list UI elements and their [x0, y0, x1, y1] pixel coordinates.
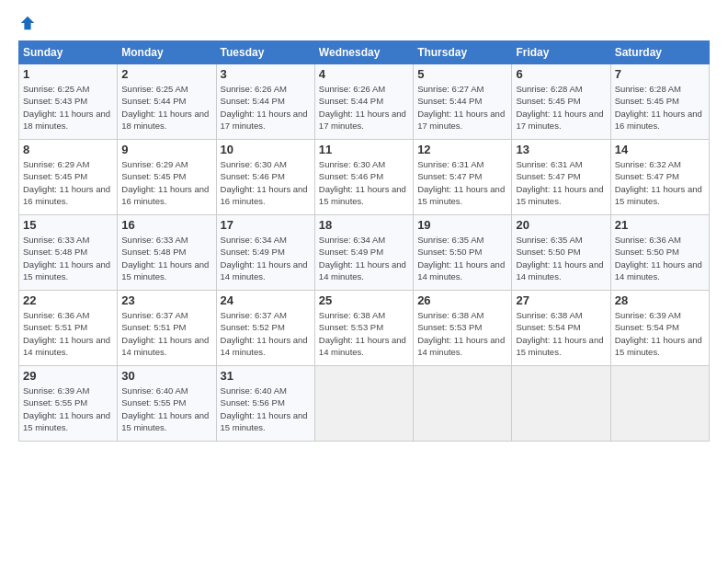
header-friday: Friday	[512, 41, 610, 64]
day-number: 3	[221, 67, 311, 81]
day-info: Sunrise: 6:34 AM Sunset: 5:49 PM Dayligh…	[221, 234, 311, 282]
day-number: 6	[516, 67, 606, 81]
day-info: Sunrise: 6:30 AM Sunset: 5:46 PM Dayligh…	[319, 158, 409, 207]
calendar-cell	[512, 366, 610, 442]
calendar-cell: 19Sunrise: 6:35 AM Sunset: 5:50 PM Dayli…	[414, 215, 512, 291]
day-number: 9	[121, 143, 211, 156]
calendar-cell: 2Sunrise: 6:25 AM Sunset: 5:44 PM Daylig…	[118, 64, 216, 140]
day-info: Sunrise: 6:37 AM Sunset: 5:52 PM Dayligh…	[221, 309, 311, 358]
page-container: Sunday Monday Tuesday Wednesday Thursday…	[0, 0, 728, 451]
calendar-cell: 25Sunrise: 6:38 AM Sunset: 5:53 PM Dayli…	[314, 291, 413, 366]
calendar-week-row: 1Sunrise: 6:25 AM Sunset: 5:43 PM Daylig…	[19, 64, 710, 140]
calendar-cell: 17Sunrise: 6:34 AM Sunset: 5:49 PM Dayli…	[216, 215, 314, 291]
day-number: 11	[319, 143, 409, 156]
logo	[18, 15, 37, 31]
calendar-header-row: Sunday Monday Tuesday Wednesday Thursday…	[19, 41, 710, 64]
day-info: Sunrise: 6:38 AM Sunset: 5:53 PM Dayligh…	[319, 309, 409, 358]
day-number: 16	[121, 218, 211, 232]
day-number: 26	[417, 293, 507, 307]
calendar-cell: 15Sunrise: 6:33 AM Sunset: 5:48 PM Dayli…	[19, 215, 118, 291]
day-info: Sunrise: 6:27 AM Sunset: 5:44 PM Dayligh…	[417, 83, 507, 132]
day-info: Sunrise: 6:39 AM Sunset: 5:54 PM Dayligh…	[615, 309, 705, 358]
day-number: 19	[417, 218, 507, 232]
day-number: 4	[319, 67, 409, 81]
day-info: Sunrise: 6:39 AM Sunset: 5:55 PM Dayligh…	[23, 385, 113, 433]
day-number: 25	[319, 293, 409, 307]
calendar-week-row: 29Sunrise: 6:39 AM Sunset: 5:55 PM Dayli…	[19, 366, 710, 442]
day-number: 14	[615, 143, 705, 156]
header-saturday: Saturday	[610, 41, 709, 64]
day-info: Sunrise: 6:38 AM Sunset: 5:53 PM Dayligh…	[417, 309, 507, 358]
day-info: Sunrise: 6:40 AM Sunset: 5:56 PM Dayligh…	[221, 385, 311, 433]
day-number: 1	[23, 67, 113, 81]
calendar-week-row: 22Sunrise: 6:36 AM Sunset: 5:51 PM Dayli…	[19, 291, 710, 366]
day-info: Sunrise: 6:31 AM Sunset: 5:47 PM Dayligh…	[417, 158, 507, 207]
day-number: 15	[23, 218, 113, 232]
day-info: Sunrise: 6:29 AM Sunset: 5:45 PM Dayligh…	[23, 158, 113, 207]
day-number: 29	[23, 369, 113, 383]
day-info: Sunrise: 6:35 AM Sunset: 5:50 PM Dayligh…	[417, 234, 507, 282]
calendar-cell: 11Sunrise: 6:30 AM Sunset: 5:46 PM Dayli…	[314, 140, 413, 215]
header-tuesday: Tuesday	[216, 41, 314, 64]
calendar-cell: 29Sunrise: 6:39 AM Sunset: 5:55 PM Dayli…	[19, 366, 118, 442]
day-number: 10	[221, 143, 311, 156]
calendar-cell: 16Sunrise: 6:33 AM Sunset: 5:48 PM Dayli…	[118, 215, 216, 291]
logo-icon	[19, 15, 36, 31]
day-number: 21	[615, 218, 705, 232]
day-number: 17	[221, 218, 311, 232]
day-info: Sunrise: 6:33 AM Sunset: 5:48 PM Dayligh…	[121, 234, 211, 282]
day-info: Sunrise: 6:25 AM Sunset: 5:43 PM Dayligh…	[23, 83, 113, 132]
header-wednesday: Wednesday	[314, 41, 413, 64]
day-number: 18	[319, 218, 409, 232]
calendar-cell: 21Sunrise: 6:36 AM Sunset: 5:50 PM Dayli…	[610, 215, 709, 291]
day-number: 22	[23, 293, 113, 307]
day-number: 7	[615, 67, 705, 81]
calendar-cell: 23Sunrise: 6:37 AM Sunset: 5:51 PM Dayli…	[118, 291, 216, 366]
calendar-cell: 5Sunrise: 6:27 AM Sunset: 5:44 PM Daylig…	[414, 64, 512, 140]
header-thursday: Thursday	[414, 41, 512, 64]
calendar-cell: 12Sunrise: 6:31 AM Sunset: 5:47 PM Dayli…	[414, 140, 512, 215]
calendar-cell: 6Sunrise: 6:28 AM Sunset: 5:45 PM Daylig…	[512, 64, 610, 140]
calendar-cell: 13Sunrise: 6:31 AM Sunset: 5:47 PM Dayli…	[512, 140, 610, 215]
day-info: Sunrise: 6:26 AM Sunset: 5:44 PM Dayligh…	[221, 83, 311, 132]
calendar-cell: 1Sunrise: 6:25 AM Sunset: 5:43 PM Daylig…	[19, 64, 118, 140]
day-number: 20	[516, 218, 606, 232]
day-number: 2	[121, 67, 211, 81]
day-number: 8	[23, 143, 113, 156]
day-info: Sunrise: 6:29 AM Sunset: 5:45 PM Dayligh…	[121, 158, 211, 207]
day-number: 28	[615, 293, 705, 307]
day-number: 5	[417, 67, 507, 81]
day-number: 13	[516, 143, 606, 156]
calendar-cell	[414, 366, 512, 442]
day-info: Sunrise: 6:36 AM Sunset: 5:50 PM Dayligh…	[615, 234, 705, 282]
day-info: Sunrise: 6:37 AM Sunset: 5:51 PM Dayligh…	[121, 309, 211, 358]
calendar-cell: 18Sunrise: 6:34 AM Sunset: 5:49 PM Dayli…	[314, 215, 413, 291]
day-number: 12	[417, 143, 507, 156]
header-row	[18, 15, 710, 31]
calendar-cell: 4Sunrise: 6:26 AM Sunset: 5:44 PM Daylig…	[314, 64, 413, 140]
calendar-cell: 26Sunrise: 6:38 AM Sunset: 5:53 PM Dayli…	[414, 291, 512, 366]
calendar-cell: 24Sunrise: 6:37 AM Sunset: 5:52 PM Dayli…	[216, 291, 314, 366]
calendar-cell	[610, 366, 709, 442]
day-info: Sunrise: 6:32 AM Sunset: 5:47 PM Dayligh…	[615, 158, 705, 207]
svg-marker-0	[21, 17, 34, 29]
calendar-cell: 10Sunrise: 6:30 AM Sunset: 5:46 PM Dayli…	[216, 140, 314, 215]
day-number: 31	[221, 369, 311, 383]
calendar-cell: 27Sunrise: 6:38 AM Sunset: 5:54 PM Dayli…	[512, 291, 610, 366]
header-monday: Monday	[118, 41, 216, 64]
calendar-cell: 31Sunrise: 6:40 AM Sunset: 5:56 PM Dayli…	[216, 366, 314, 442]
calendar-cell: 22Sunrise: 6:36 AM Sunset: 5:51 PM Dayli…	[19, 291, 118, 366]
day-info: Sunrise: 6:26 AM Sunset: 5:44 PM Dayligh…	[319, 83, 409, 132]
day-number: 27	[516, 293, 606, 307]
calendar-cell: 9Sunrise: 6:29 AM Sunset: 5:45 PM Daylig…	[118, 140, 216, 215]
day-number: 24	[221, 293, 311, 307]
day-info: Sunrise: 6:40 AM Sunset: 5:55 PM Dayligh…	[121, 385, 211, 433]
calendar-cell: 20Sunrise: 6:35 AM Sunset: 5:50 PM Dayli…	[512, 215, 610, 291]
calendar-week-row: 8Sunrise: 6:29 AM Sunset: 5:45 PM Daylig…	[19, 140, 710, 215]
header-sunday: Sunday	[19, 41, 118, 64]
day-info: Sunrise: 6:30 AM Sunset: 5:46 PM Dayligh…	[221, 158, 311, 207]
calendar-cell: 28Sunrise: 6:39 AM Sunset: 5:54 PM Dayli…	[610, 291, 709, 366]
calendar-cell: 8Sunrise: 6:29 AM Sunset: 5:45 PM Daylig…	[19, 140, 118, 215]
day-info: Sunrise: 6:25 AM Sunset: 5:44 PM Dayligh…	[121, 83, 211, 132]
day-info: Sunrise: 6:35 AM Sunset: 5:50 PM Dayligh…	[516, 234, 606, 282]
